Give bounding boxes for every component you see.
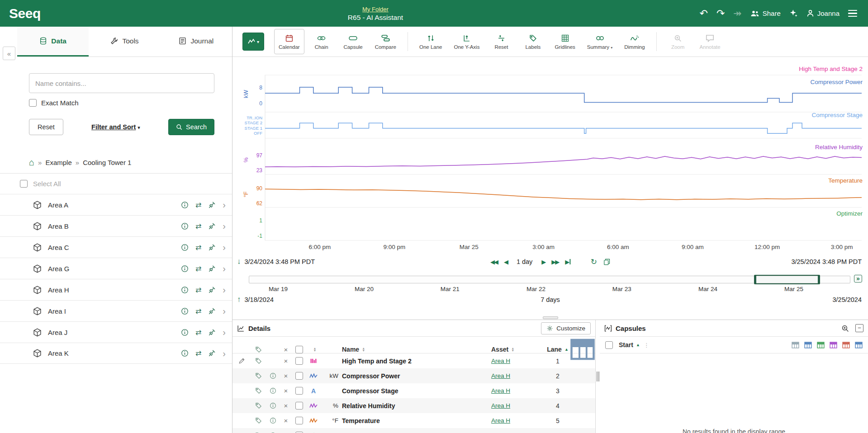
swap-asset-icon[interactable]: ⇄ <box>195 328 201 337</box>
my-folder-link[interactable]: My Folder <box>362 6 389 13</box>
capsule-column-icon-2[interactable] <box>817 341 825 349</box>
details-select-all-checkbox[interactable] <box>295 346 303 353</box>
toolbar-button-chain[interactable]: Chain <box>307 29 336 54</box>
chevron-right-icon[interactable]: › <box>223 200 226 209</box>
toolbar-button-gridlines[interactable]: Gridlines <box>550 29 579 54</box>
details-row-temperature[interactable]: ×°FTemperatureArea H5 <box>232 413 595 428</box>
remove-column-icon[interactable]: × <box>280 346 292 353</box>
collapse-panel-icon[interactable]: − <box>855 324 863 332</box>
info-icon[interactable] <box>181 349 189 357</box>
range-start-arrow-icon[interactable]: ↓ <box>237 257 241 266</box>
pan-forward-icon[interactable]: ▶ <box>541 259 545 265</box>
swap-asset-icon[interactable]: ⇄ <box>195 243 201 252</box>
series-name[interactable]: Temperature <box>341 417 491 424</box>
toolbar-button-summary[interactable]: Summary ▾ <box>583 29 617 54</box>
details-row-compressor-power[interactable]: ×kWCompressor PowerArea H2 <box>232 368 595 383</box>
trend-view-dropdown[interactable]: ▾ <box>242 33 264 51</box>
name-contains-input[interactable] <box>29 73 214 93</box>
tab-tools[interactable]: Tools <box>89 27 160 56</box>
series-name[interactable]: Relative Humidity <box>341 402 491 409</box>
info-icon[interactable] <box>270 402 276 409</box>
chevron-right-icon[interactable]: › <box>223 328 226 337</box>
remove-icon[interactable]: × <box>280 387 292 395</box>
info-icon[interactable] <box>181 307 189 315</box>
investigate-duration[interactable]: 7 days <box>541 296 560 303</box>
sidebar-collapse-button[interactable]: « <box>3 47 15 60</box>
tab-data[interactable]: Data <box>17 27 89 56</box>
row-checkbox[interactable] <box>295 357 303 365</box>
info-icon[interactable] <box>181 201 189 209</box>
lane-column-header[interactable]: Lane <box>547 346 562 353</box>
select-all-row[interactable]: Select All <box>0 173 232 194</box>
range-track[interactable] <box>249 276 850 283</box>
toolbar-button-capsule[interactable]: Capsule <box>339 29 368 54</box>
pin-icon[interactable] <box>208 349 216 357</box>
horizontal-splitter[interactable] <box>232 316 868 320</box>
asset-row-area-a[interactable]: Area A⇄› <box>0 194 232 215</box>
details-row-compressor-stage[interactable]: ×ACompressor StageArea H3 <box>232 383 595 398</box>
pan-forward-full-icon[interactable]: ▶▶ <box>551 259 559 265</box>
swap-asset-icon[interactable]: ⇄ <box>195 349 201 358</box>
capsule-column-icon-3[interactable] <box>830 341 837 349</box>
asset-row-area-k[interactable]: Area K⇄› <box>0 343 232 364</box>
breadcrumb-cooling-tower-1[interactable]: Cooling Tower 1 <box>83 159 131 166</box>
row-checkbox[interactable] <box>295 372 303 380</box>
asset-row-area-j[interactable]: Area J⇄› <box>0 321 232 343</box>
info-icon[interactable] <box>181 286 189 294</box>
series-name[interactable]: High Temp and Stage 2 <box>341 358 491 365</box>
user-menu[interactable]: Joanna <box>806 9 840 17</box>
start-column-header[interactable]: Start ▲ ⋮ <box>619 341 650 348</box>
swap-asset-icon[interactable]: ⇄ <box>195 264 201 273</box>
search-button[interactable]: Search <box>168 119 214 135</box>
ai-sparkle-icon[interactable] <box>789 9 798 18</box>
swap-asset-icon[interactable]: ⇄ <box>195 307 201 315</box>
tag-icon[interactable] <box>255 417 262 424</box>
breadcrumb-example[interactable]: Example <box>45 159 71 166</box>
info-icon[interactable] <box>270 387 276 394</box>
display-range-duration[interactable]: 1 day <box>517 258 532 265</box>
splitter-grip[interactable] <box>543 316 558 319</box>
range-full-arrow-icon[interactable]: ↑ <box>237 295 241 304</box>
swap-asset-icon[interactable]: ⇄ <box>195 286 201 294</box>
remove-icon[interactable]: × <box>280 357 292 365</box>
series-name[interactable]: Compressor Power <box>341 372 491 380</box>
expand-range-icon[interactable]: » <box>854 275 862 282</box>
home-icon[interactable]: ⌂ <box>29 158 34 167</box>
toolbar-button-one-lane[interactable]: One Lane <box>415 29 447 54</box>
select-all-checkbox[interactable] <box>20 180 28 188</box>
share-button[interactable]: Share <box>750 9 781 17</box>
asset-row-area-g[interactable]: Area G⇄› <box>0 258 232 279</box>
asset-link[interactable]: Area H <box>491 372 510 379</box>
asset-column-header[interactable]: Asset <box>491 346 508 353</box>
tag-icon[interactable] <box>255 387 262 394</box>
tag-icon[interactable] <box>255 372 262 379</box>
info-icon[interactable] <box>181 244 189 251</box>
series-name[interactable]: Compressor Stage <box>341 387 491 395</box>
sort-type-control[interactable]: ▲▼ <box>306 347 321 352</box>
redo-icon[interactable]: ↷ <box>716 9 725 19</box>
tab-journal[interactable]: Journal <box>161 27 232 56</box>
pan-back-icon[interactable]: ◀ <box>504 259 508 265</box>
toolbar-button-dimming[interactable]: Dimming <box>620 29 649 54</box>
tag-icon[interactable] <box>255 402 262 409</box>
swap-asset-icon[interactable]: ⇄ <box>195 201 201 209</box>
capsule-column-icon-0[interactable] <box>792 341 799 349</box>
remove-icon[interactable]: × <box>280 417 292 424</box>
duplicate-range-icon[interactable] <box>603 259 610 265</box>
refresh-icon[interactable]: ↻ <box>591 257 597 267</box>
info-icon[interactable] <box>181 329 189 336</box>
tag-icon[interactable] <box>255 358 262 364</box>
toolbar-button-one-y-axis[interactable]: One Y-Axis <box>450 29 484 54</box>
pan-back-full-icon[interactable]: ◀◀ <box>490 259 498 265</box>
pin-icon[interactable] <box>208 201 216 209</box>
details-row-relative-humidity[interactable]: ×%Relative HumidityArea H4 <box>232 398 595 413</box>
display-range-end[interactable]: 3/25/2024 3:48 PM PDT <box>791 258 862 265</box>
pin-icon[interactable] <box>208 265 216 273</box>
info-icon[interactable] <box>270 417 276 424</box>
undo-icon[interactable]: ↶ <box>699 9 707 19</box>
capsule-column-icon-5[interactable] <box>855 341 863 349</box>
range-selection-window[interactable] <box>754 275 820 284</box>
details-row-optimizer[interactable]: ×OptimizerArea H6 <box>232 428 595 433</box>
toolbar-button-labels[interactable]: Labels <box>518 29 547 54</box>
chevron-right-icon[interactable]: › <box>223 285 226 294</box>
